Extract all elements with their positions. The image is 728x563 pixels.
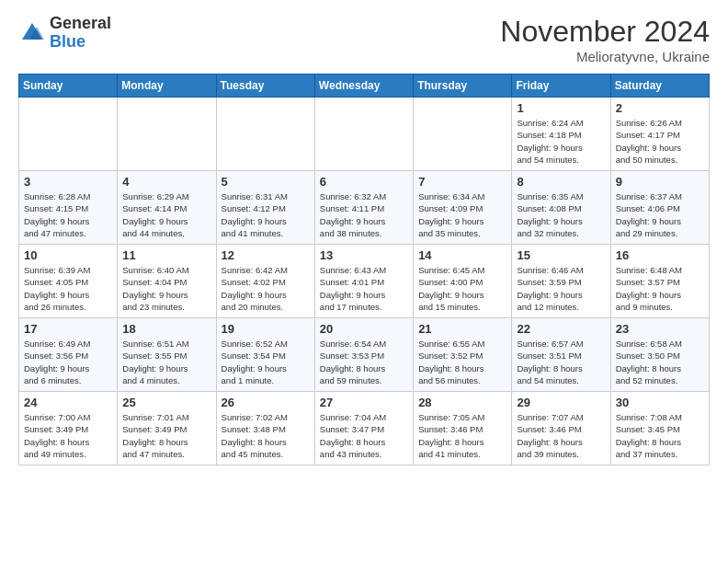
logo-general: General [50, 14, 111, 32]
day-info: Sunrise: 6:45 AM Sunset: 4:00 PM Dayligh… [418, 264, 506, 313]
day-number: 4 [122, 175, 210, 189]
day-number: 12 [222, 248, 310, 262]
day-info: Sunrise: 6:48 AM Sunset: 3:57 PM Dayligh… [616, 264, 704, 313]
day-number: 15 [517, 248, 605, 262]
calendar-cell: 3Sunrise: 6:28 AM Sunset: 4:15 PM Daylig… [19, 171, 118, 245]
calendar-cell: 14Sunrise: 6:45 AM Sunset: 4:00 PM Dayli… [414, 245, 512, 318]
header: General Blue November 2024 Melioratyvne,… [18, 15, 710, 64]
day-info: Sunrise: 6:43 AM Sunset: 4:01 PM Dayligh… [320, 264, 408, 313]
calendar-cell: 6Sunrise: 6:32 AM Sunset: 4:11 PM Daylig… [314, 171, 413, 245]
day-info: Sunrise: 7:07 AM Sunset: 3:46 PM Dayligh… [517, 411, 605, 460]
day-info: Sunrise: 6:26 AM Sunset: 4:17 PM Dayligh… [616, 117, 704, 166]
day-info: Sunrise: 6:31 AM Sunset: 4:12 PM Dayligh… [222, 190, 310, 239]
calendar-cell: 12Sunrise: 6:42 AM Sunset: 4:02 PM Dayli… [216, 245, 314, 318]
day-info: Sunrise: 7:01 AM Sunset: 3:49 PM Dayligh… [122, 411, 210, 460]
day-number: 16 [616, 248, 704, 262]
calendar-cell: 5Sunrise: 6:31 AM Sunset: 4:12 PM Daylig… [216, 171, 314, 245]
day-info: Sunrise: 7:04 AM Sunset: 3:47 PM Dayligh… [320, 411, 408, 460]
day-info: Sunrise: 6:42 AM Sunset: 4:02 PM Dayligh… [222, 264, 310, 313]
day-number: 10 [24, 248, 112, 262]
day-number: 30 [616, 396, 704, 409]
calendar-cell: 29Sunrise: 7:07 AM Sunset: 3:46 PM Dayli… [512, 392, 610, 465]
calendar-cell: 24Sunrise: 7:00 AM Sunset: 3:49 PM Dayli… [19, 392, 118, 465]
weekday-header-sunday: Sunday [19, 75, 118, 98]
calendar-cell: 18Sunrise: 6:51 AM Sunset: 3:55 PM Dayli… [118, 318, 216, 392]
day-info: Sunrise: 6:37 AM Sunset: 4:06 PM Dayligh… [616, 190, 704, 239]
day-number: 13 [320, 248, 408, 262]
calendar-cell: 17Sunrise: 6:49 AM Sunset: 3:56 PM Dayli… [19, 318, 118, 392]
day-number: 11 [122, 248, 210, 262]
day-info: Sunrise: 6:24 AM Sunset: 4:18 PM Dayligh… [517, 117, 605, 166]
day-number: 1 [517, 101, 605, 115]
day-number: 24 [24, 396, 112, 409]
calendar-cell: 25Sunrise: 7:01 AM Sunset: 3:49 PM Dayli… [118, 392, 216, 465]
day-info: Sunrise: 6:54 AM Sunset: 3:53 PM Dayligh… [320, 338, 408, 386]
calendar-cell [216, 98, 314, 171]
day-number: 19 [222, 322, 310, 336]
week-row-0: 1Sunrise: 6:24 AM Sunset: 4:18 PM Daylig… [19, 98, 710, 171]
day-info: Sunrise: 6:46 AM Sunset: 3:59 PM Dayligh… [517, 264, 605, 313]
calendar-cell: 26Sunrise: 7:02 AM Sunset: 3:48 PM Dayli… [216, 392, 314, 465]
calendar-cell: 19Sunrise: 6:52 AM Sunset: 3:54 PM Dayli… [216, 318, 314, 392]
month-title: November 2024 [500, 15, 710, 49]
logo-blue: Blue [50, 32, 85, 51]
calendar-cell: 2Sunrise: 6:26 AM Sunset: 4:17 PM Daylig… [610, 98, 709, 171]
day-number: 22 [517, 322, 605, 336]
week-row-4: 24Sunrise: 7:00 AM Sunset: 3:49 PM Dayli… [19, 392, 710, 465]
calendar-cell: 27Sunrise: 7:04 AM Sunset: 3:47 PM Dayli… [314, 392, 413, 465]
calendar-cell: 22Sunrise: 6:57 AM Sunset: 3:51 PM Dayli… [512, 318, 610, 392]
day-number: 6 [320, 175, 408, 189]
title-block: November 2024 Melioratyvne, Ukraine [500, 15, 710, 64]
day-info: Sunrise: 7:08 AM Sunset: 3:45 PM Dayligh… [616, 411, 704, 460]
day-info: Sunrise: 6:35 AM Sunset: 4:08 PM Dayligh… [517, 190, 605, 239]
day-info: Sunrise: 7:00 AM Sunset: 3:49 PM Dayligh… [24, 411, 112, 460]
calendar-table: SundayMondayTuesdayWednesdayThursdayFrid… [18, 74, 710, 465]
day-info: Sunrise: 6:39 AM Sunset: 4:05 PM Dayligh… [24, 264, 112, 313]
calendar-cell: 21Sunrise: 6:55 AM Sunset: 3:52 PM Dayli… [414, 318, 512, 392]
weekday-header-thursday: Thursday [414, 75, 512, 98]
calendar-cell [314, 98, 413, 171]
calendar-cell [118, 98, 216, 171]
calendar-cell: 13Sunrise: 6:43 AM Sunset: 4:01 PM Dayli… [314, 245, 413, 318]
day-number: 29 [517, 396, 605, 409]
week-row-1: 3Sunrise: 6:28 AM Sunset: 4:15 PM Daylig… [19, 171, 710, 245]
calendar-cell: 7Sunrise: 6:34 AM Sunset: 4:09 PM Daylig… [414, 171, 512, 245]
weekday-header-row: SundayMondayTuesdayWednesdayThursdayFrid… [19, 75, 710, 98]
day-number: 25 [122, 396, 210, 409]
day-number: 26 [222, 396, 310, 409]
calendar-cell: 16Sunrise: 6:48 AM Sunset: 3:57 PM Dayli… [610, 245, 709, 318]
day-info: Sunrise: 6:28 AM Sunset: 4:15 PM Dayligh… [24, 190, 112, 239]
day-number: 14 [418, 248, 506, 262]
calendar-cell: 20Sunrise: 6:54 AM Sunset: 3:53 PM Dayli… [314, 318, 413, 392]
weekday-header-saturday: Saturday [610, 75, 709, 98]
day-info: Sunrise: 6:49 AM Sunset: 3:56 PM Dayligh… [24, 338, 112, 386]
day-info: Sunrise: 6:57 AM Sunset: 3:51 PM Dayligh… [517, 338, 605, 386]
day-number: 17 [24, 322, 112, 336]
calendar-cell: 9Sunrise: 6:37 AM Sunset: 4:06 PM Daylig… [610, 171, 709, 245]
day-number: 7 [418, 175, 506, 189]
weekday-header-wednesday: Wednesday [314, 75, 413, 98]
day-number: 2 [616, 101, 704, 115]
day-number: 27 [320, 396, 408, 409]
weekday-header-friday: Friday [512, 75, 610, 98]
calendar-cell: 15Sunrise: 6:46 AM Sunset: 3:59 PM Dayli… [512, 245, 610, 318]
page: General Blue November 2024 Melioratyvne,… [0, 0, 728, 563]
week-row-3: 17Sunrise: 6:49 AM Sunset: 3:56 PM Dayli… [19, 318, 710, 392]
day-info: Sunrise: 6:29 AM Sunset: 4:14 PM Dayligh… [122, 190, 210, 239]
calendar-cell [19, 98, 118, 171]
day-number: 28 [418, 396, 506, 409]
calendar-cell: 8Sunrise: 6:35 AM Sunset: 4:08 PM Daylig… [512, 171, 610, 245]
location: Melioratyvne, Ukraine [500, 49, 710, 64]
logo-icon [18, 19, 46, 47]
day-info: Sunrise: 6:52 AM Sunset: 3:54 PM Dayligh… [222, 338, 310, 386]
calendar-cell: 11Sunrise: 6:40 AM Sunset: 4:04 PM Dayli… [118, 245, 216, 318]
day-number: 18 [122, 322, 210, 336]
logo: General Blue [18, 15, 111, 52]
week-row-2: 10Sunrise: 6:39 AM Sunset: 4:05 PM Dayli… [19, 245, 710, 318]
day-info: Sunrise: 6:40 AM Sunset: 4:04 PM Dayligh… [122, 264, 210, 313]
day-info: Sunrise: 6:55 AM Sunset: 3:52 PM Dayligh… [418, 338, 506, 386]
calendar-cell: 4Sunrise: 6:29 AM Sunset: 4:14 PM Daylig… [118, 171, 216, 245]
calendar-cell: 1Sunrise: 6:24 AM Sunset: 4:18 PM Daylig… [512, 98, 610, 171]
day-number: 8 [517, 175, 605, 189]
day-info: Sunrise: 6:32 AM Sunset: 4:11 PM Dayligh… [320, 190, 408, 239]
